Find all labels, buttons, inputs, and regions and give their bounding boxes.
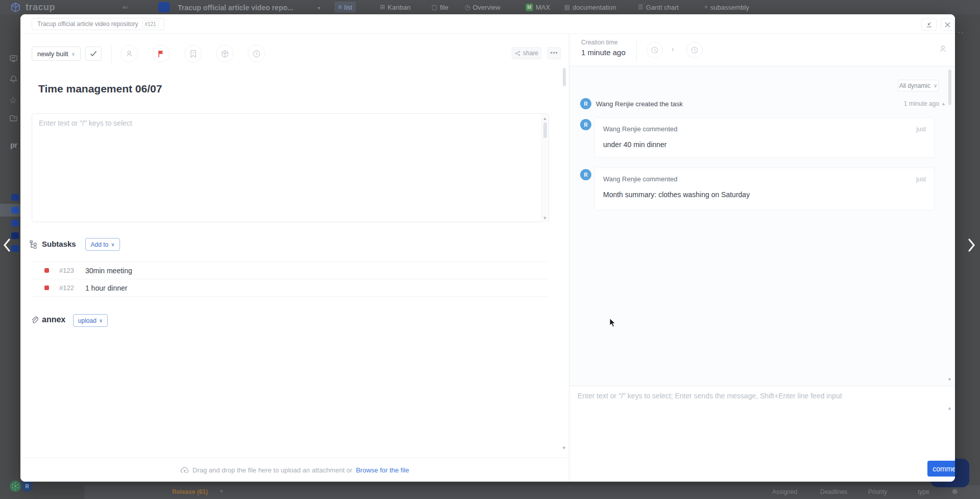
avatar: R bbox=[580, 119, 591, 130]
task-title[interactable]: Time management 06/07 bbox=[38, 83, 162, 95]
mouse-cursor bbox=[609, 318, 617, 328]
activity-filter-dropdown[interactable]: All dynamic ∨ bbox=[898, 80, 939, 91]
more-icon: ••• bbox=[550, 50, 558, 57]
add-task-plus[interactable]: + bbox=[220, 488, 223, 495]
column-priority: Priority bbox=[868, 488, 887, 495]
collapse-caret-icon[interactable]: ▲ bbox=[941, 101, 946, 106]
tab-add-subassembly[interactable]: + subassembly bbox=[701, 2, 753, 13]
cube-icon bbox=[221, 50, 229, 58]
complete-task-button[interactable] bbox=[85, 46, 102, 61]
workspace-caret-icon[interactable]: ▾ bbox=[318, 5, 320, 11]
share-icon bbox=[515, 51, 520, 56]
project-color-chip[interactable] bbox=[11, 232, 19, 239]
description-scrollbar[interactable]: ▲ ▼ bbox=[541, 114, 548, 222]
event-time: 1 minute ago bbox=[904, 100, 939, 107]
activity-feed: All dynamic ∨ R Wang Renjie created the … bbox=[569, 66, 955, 386]
clock-icon bbox=[252, 50, 261, 58]
description-input[interactable] bbox=[39, 119, 537, 216]
tab-overview[interactable]: ◷ Overview bbox=[461, 2, 504, 13]
start-time-button[interactable] bbox=[647, 42, 663, 58]
module-button[interactable] bbox=[216, 45, 233, 62]
projects-section-label: pr bbox=[10, 141, 17, 149]
cloud-upload-icon bbox=[180, 466, 189, 473]
subtask-status-icon[interactable] bbox=[44, 268, 49, 273]
user-avatar-r[interactable]: R bbox=[21, 481, 33, 492]
activity-event-row: R Wang Renjie created the task 1 minute … bbox=[580, 98, 946, 109]
page-more-icon[interactable]: ·· bbox=[958, 28, 965, 36]
scroll-up-icon[interactable]: ▲ bbox=[947, 406, 952, 411]
share-button[interactable]: share bbox=[512, 47, 541, 59]
comment-body: under 40 min dinner bbox=[603, 140, 926, 149]
close-button[interactable] bbox=[941, 18, 954, 31]
previous-task-chevron[interactable] bbox=[2, 238, 11, 252]
tab-file[interactable]: ▢ file bbox=[428, 2, 452, 13]
release-group-label[interactable]: Release (61) bbox=[172, 488, 208, 495]
due-time-button[interactable] bbox=[686, 42, 703, 58]
send-comment-button[interactable]: comments bbox=[927, 461, 955, 477]
comment-input-area[interactable]: ▲ comments bbox=[569, 386, 955, 482]
tab-max[interactable]: M MAX bbox=[522, 2, 554, 13]
task-id-badge: #121 bbox=[142, 20, 158, 28]
feed-scrollbar-thumb[interactable] bbox=[948, 69, 951, 105]
project-color-chip[interactable] bbox=[11, 220, 19, 226]
bookmark-icon bbox=[189, 50, 197, 58]
column-type: type bbox=[918, 488, 929, 495]
comment-input[interactable] bbox=[578, 392, 940, 456]
time-button[interactable] bbox=[248, 45, 265, 62]
workspace-title[interactable]: Tracup official article video repo... bbox=[178, 4, 293, 12]
subtask-row[interactable]: #123 30min meeting bbox=[32, 262, 549, 279]
scroll-up-icon[interactable]: ▲ bbox=[542, 116, 548, 121]
scrollbar-thumb[interactable] bbox=[543, 123, 547, 138]
creation-time-label: Creation time bbox=[581, 39, 617, 46]
project-color-chip[interactable] bbox=[11, 194, 19, 201]
clock-start-icon bbox=[651, 46, 659, 54]
scroll-down-icon[interactable]: ▼ bbox=[947, 377, 952, 382]
avatar: R bbox=[580, 169, 591, 180]
toolbar-divider bbox=[111, 45, 112, 63]
subtasks-heading: Subtasks bbox=[42, 240, 76, 248]
sidebar-collapse-icon[interactable]: ⇐ bbox=[123, 4, 128, 11]
tab-list[interactable]: ≡ list bbox=[334, 2, 356, 13]
project-color-chip[interactable] bbox=[11, 245, 19, 252]
tab-documentation[interactable]: ▤ documentation bbox=[561, 2, 620, 13]
screen: tracup ⇐ Tracup official article video r… bbox=[0, 0, 980, 499]
comment-card[interactable]: Wang Renjie commented just Month summary… bbox=[594, 168, 935, 210]
assignee-search-icon bbox=[125, 49, 134, 58]
chevron-down-icon: ∨ bbox=[71, 51, 75, 57]
add-column-icon[interactable]: ⊕ bbox=[952, 487, 958, 495]
file-dropzone[interactable]: Drag and drop the file here to upload an… bbox=[20, 458, 569, 482]
upload-button[interactable]: upload ∨ bbox=[73, 314, 108, 327]
tracup-logo-icon bbox=[10, 2, 21, 13]
clock-due-icon bbox=[690, 46, 699, 54]
status-dropdown[interactable]: newly built ∨ bbox=[32, 46, 81, 61]
more-actions-button[interactable]: ••• bbox=[547, 47, 561, 59]
tab-kanban[interactable]: ⊞ Kanban bbox=[376, 2, 414, 13]
favorites-star-icon[interactable]: ☆ bbox=[9, 95, 17, 106]
subtask-status-icon[interactable] bbox=[44, 286, 49, 290]
next-task-chevron[interactable] bbox=[967, 238, 976, 252]
description-box[interactable]: ▲ ▼ bbox=[32, 113, 549, 222]
scroll-down-icon[interactable]: ▼ bbox=[542, 216, 548, 221]
panel-scrollbar-thumb[interactable] bbox=[563, 68, 566, 86]
subtask-row[interactable]: #122 1 hour dinner bbox=[32, 279, 549, 297]
tab-gantt-chart[interactable]: ☰ Gantt chart bbox=[634, 2, 682, 13]
scroll-down-icon[interactable]: ▼ bbox=[562, 445, 566, 450]
dashboard-icon[interactable] bbox=[9, 54, 18, 63]
comment-card[interactable]: Wang Renjie commented just under 40 min … bbox=[594, 117, 935, 158]
follower-button[interactable] bbox=[938, 44, 948, 54]
browse-file-link[interactable]: Browse for the file bbox=[356, 466, 409, 474]
status-label: newly built bbox=[37, 50, 68, 58]
folder-icon[interactable] bbox=[9, 114, 18, 123]
project-color-chip[interactable] bbox=[11, 207, 19, 213]
chevron-right-icon: › bbox=[672, 45, 674, 53]
breadcrumb[interactable]: Tracup official article video repository… bbox=[32, 18, 164, 30]
add-subtask-button[interactable]: Add to ∨ bbox=[85, 238, 120, 251]
column-assigned: Assigned bbox=[772, 488, 797, 495]
notifications-bell-icon[interactable] bbox=[9, 75, 18, 83]
tag-button[interactable] bbox=[184, 45, 202, 62]
max-icon: M bbox=[525, 4, 533, 11]
assignee-button[interactable] bbox=[121, 45, 138, 62]
minimize-button[interactable] bbox=[921, 18, 937, 31]
priority-button[interactable] bbox=[152, 45, 170, 62]
user-avatar-green[interactable] bbox=[10, 481, 21, 492]
